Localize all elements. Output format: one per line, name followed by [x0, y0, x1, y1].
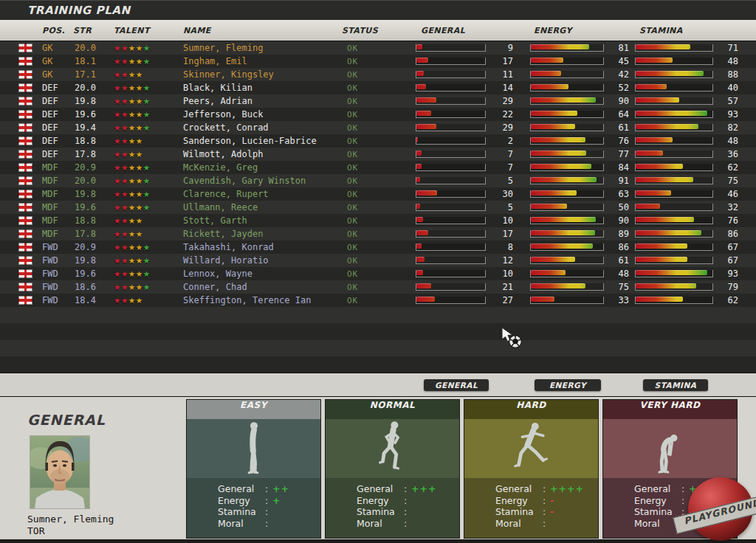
england-flag-icon [18, 269, 32, 278]
stamina-bar [635, 204, 713, 211]
header-pos: POS. [38, 26, 70, 35]
energy-bar [530, 137, 604, 145]
table-row[interactable]: DEF 19.8 ★★★★★ Peers, Adrian OK 29 90 57 [0, 94, 756, 108]
table-row[interactable]: FWD 18.6 ★★★★★ Conner, Chad OK 21 75 79 [0, 280, 756, 294]
energy-bar [530, 177, 604, 184]
table-row[interactable]: FWD 18.4 ★★★★ Skeffington, Terence Ian O… [0, 294, 756, 307]
standing-figure-icon [232, 421, 276, 477]
stamina-bar [635, 44, 713, 52]
table-row[interactable]: MDF 17.8 ★★★★ Rickett, Jayden OK 17 89 8… [0, 227, 756, 241]
general-value: 10 [487, 215, 513, 226]
strength-cell: 20.9 [70, 242, 103, 252]
talent-star-icon: ★ [114, 163, 121, 172]
table-row[interactable]: DEF 17.8 ★★★★ Wilmott, Adolph OK 7 77 36 [0, 148, 756, 161]
talent-star-icon: ★ [136, 70, 143, 79]
table-row[interactable]: DEF 20.0 ★★★★★ Black, Kilian OK 14 52 40 [0, 81, 756, 94]
table-row[interactable]: FWD 20.9 ★★★★★ Takahashi, Konrad OK 8 86… [0, 241, 756, 254]
energy-value: 86 [605, 242, 629, 252]
talent-star-icon: ★ [143, 176, 151, 185]
talent-stars: ★★★★ [103, 149, 183, 159]
strength-cell: 17.1 [70, 69, 103, 80]
energy-bar [530, 84, 604, 91]
card-title: EASY [187, 400, 320, 419]
card-stats: General:+++Energy:Stamina:Moral: [326, 478, 459, 538]
detail-heading: GENERAL [27, 412, 106, 428]
energy-bar [530, 297, 604, 304]
energy-value: 90 [605, 96, 629, 106]
england-flag-icon [18, 176, 32, 185]
energy-value: 77 [605, 149, 629, 159]
general-filter-button[interactable]: GENERAL [424, 379, 489, 391]
talent-star-icon: ★ [114, 269, 121, 278]
stamina-bar [635, 58, 713, 65]
intensity-card-hard[interactable]: HARD General:++++Energy:-Stamina:-Moral: [464, 399, 599, 539]
position-cell: FWD [38, 242, 70, 252]
stamina-bar [635, 71, 713, 78]
stamina-bar [635, 177, 713, 184]
stamina-bar [635, 230, 713, 238]
stamina-bar [635, 190, 713, 198]
talent-stars: ★★★★ [103, 136, 183, 146]
strength-cell: 18.4 [70, 295, 103, 305]
talent-star-icon: ★ [121, 70, 128, 79]
energy-bar [530, 257, 604, 264]
talent-star-icon: ★ [136, 136, 143, 145]
table-row[interactable]: MDF 20.9 ★★★★★ McKenzie, Greg OK 7 84 62 [0, 161, 756, 174]
stamina-bar [635, 137, 713, 145]
stamina-value: 76 [713, 215, 738, 226]
talent-star-icon: ★ [121, 176, 128, 185]
status-cell: OK [336, 150, 413, 159]
table-row[interactable]: DEF 19.6 ★★★★★ Jefferson, Buck OK 22 64 … [0, 108, 756, 121]
strength-cell: 19.8 [70, 255, 103, 266]
table-row[interactable]: GK 17.1 ★★★★ Skinner, Kingsley OK 11 42 … [0, 68, 756, 81]
talent-star-icon: ★ [121, 110, 128, 119]
player-name-cell: Cavendish, Gary Winston [183, 176, 336, 186]
intensity-card-easy[interactable]: EASY General:++Energy:+Stamina:Moral: [186, 399, 321, 539]
table-row[interactable]: MDF 20.0 ★★★★★ Cavendish, Gary Winston O… [0, 174, 756, 187]
talent-star-icon: ★ [143, 110, 151, 119]
table-row[interactable]: GK 18.1 ★★★★★ Ingham, Emil OK 17 45 48 [0, 55, 756, 68]
energy-value: 52 [605, 83, 629, 93]
talent-star-icon: ★ [136, 243, 143, 252]
player-name-cell: Wilmott, Adolph [183, 149, 336, 159]
talent-star-icon: ★ [114, 283, 121, 291]
table-row[interactable]: FWD 19.8 ★★★★★ Willard, Horatio OK 12 61… [0, 254, 756, 267]
stamina-value: 82 [713, 122, 738, 133]
talent-stars: ★★★★★ [103, 109, 183, 120]
talent-star-icon: ★ [136, 97, 143, 106]
general-value: 17 [487, 229, 513, 239]
table-row[interactable]: FWD 19.6 ★★★★★ Lennox, Wayne OK 10 48 93 [0, 267, 756, 280]
status-cell: OK [336, 97, 413, 106]
status-cell: OK [336, 57, 413, 66]
talent-star-icon: ★ [128, 256, 136, 265]
card-stat-row: Energy:+ [187, 495, 320, 507]
talent-star-icon: ★ [136, 150, 143, 159]
stamina-filter-button[interactable]: STAMINA [643, 379, 708, 391]
energy-bar [530, 124, 604, 131]
energy-value: 91 [605, 176, 629, 186]
position-cell: DEF [38, 122, 70, 133]
table-row[interactable]: DEF 19.4 ★★★★★ Crockett, Conrad OK 29 61… [0, 121, 756, 134]
table-row[interactable]: MDF 19.6 ★★★★★ Ullmann, Reece OK 5 50 32 [0, 201, 756, 214]
energy-value: 90 [605, 215, 629, 226]
position-cell: FWD [38, 282, 70, 292]
table-row[interactable]: DEF 18.8 ★★★★ Sanderson, Lucien-Fabrice … [0, 134, 756, 148]
stamina-bar [635, 283, 713, 291]
talent-star-icon: ★ [121, 296, 128, 305]
status-cell: OK [336, 216, 413, 226]
table-row[interactable]: GK 20.0 ★★★★★ Sumner, Fleming OK 9 81 71 [0, 41, 756, 55]
talent-star-icon: ★ [136, 283, 143, 291]
table-row[interactable]: MDF 18.8 ★★★★ Stott, Garth OK 10 90 76 [0, 214, 756, 227]
talent-star-icon: ★ [121, 190, 128, 198]
position-cell: MDF [38, 229, 70, 239]
intensity-card-normal[interactable]: NORMAL General:+++Energy:Stamina:Moral: [325, 399, 460, 539]
energy-filter-button[interactable]: ENERGY [535, 379, 601, 391]
talent-star-icon: ★ [143, 256, 151, 265]
stamina-bar [635, 297, 713, 304]
player-name-cell: Crockett, Conrad [183, 122, 336, 133]
stamina-bar [635, 84, 713, 91]
table-row[interactable]: MDF 19.8 ★★★★★ Clarence, Rupert OK 30 63… [0, 187, 756, 201]
cursor-icon [501, 327, 523, 352]
talent-stars: ★★★★★ [103, 269, 183, 279]
talent-star-icon: ★ [143, 57, 151, 66]
